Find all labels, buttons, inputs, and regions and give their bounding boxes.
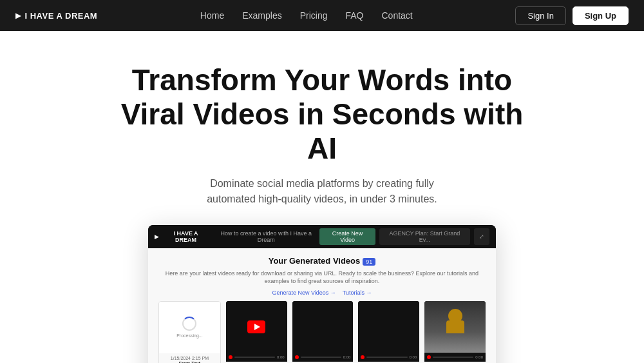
progress-dot-4 <box>427 355 431 359</box>
video-date-0: 1/15/2024 2:15 PM <box>163 356 216 360</box>
topbar-left: ▶ I HAVE A DREAM How to create a video w… <box>155 230 319 243</box>
hero-section: Transform Your Words into Viral Videos i… <box>0 31 644 363</box>
logo-text: I HAVE A DREAM <box>25 11 98 21</box>
panel-subtitle: Here are your latest videos ready for do… <box>158 270 486 286</box>
nav-home[interactable]: Home <box>200 10 224 21</box>
panel-header: Your Generated Videos 91 <box>158 256 486 268</box>
videos-row: Processing... 1/15/2024 2:15 PM From Tex… <box>158 301 486 363</box>
logo[interactable]: ▶ I HAVE A DREAM <box>15 11 97 21</box>
video-count-badge: 91 <box>363 258 375 266</box>
nav-pricing[interactable]: Pricing <box>300 10 328 21</box>
progress-dot-2 <box>295 355 299 359</box>
progress-dot-3 <box>361 355 365 359</box>
topbar-video-title: How to create a video with I Have a Drea… <box>213 230 319 243</box>
panel-title: Your Generated Videos <box>269 256 361 266</box>
video-topbar: ▶ I HAVE A DREAM How to create a video w… <box>148 225 496 248</box>
hero-subtext: Dominate social media platforms by creat… <box>193 176 451 207</box>
time-1: 0:00 <box>277 355 285 359</box>
generated-videos-panel: Your Generated Videos 91 Here are your l… <box>148 248 496 363</box>
progress-bar-4 <box>433 357 473 358</box>
panel-actions: Generate New Videos → Tutorials → <box>158 289 486 296</box>
play-icon-1[interactable] <box>247 320 265 333</box>
nav-buttons: Sign In Sign Up <box>515 6 629 25</box>
video-card-1[interactable]: 0:00 5/10/2024 7:06 PM From Text Duratio… <box>226 301 287 363</box>
thumb-3[interactable] <box>358 301 419 353</box>
video-card-2[interactable]: 0:00 5/10/2024 9:13 PM From Text Duratio… <box>292 301 354 363</box>
expand-btn[interactable]: ⤢ <box>474 228 489 245</box>
video-card-4[interactable]: 0:00 11/6/2023 @5%... From Text Language… <box>424 301 486 363</box>
create-video-btn[interactable]: Create New Video <box>319 228 375 245</box>
nav-examples[interactable]: Examples <box>242 10 281 21</box>
hero-headline: Transform Your Words into Viral Videos i… <box>103 63 541 166</box>
processing-text: Processing... <box>176 333 202 338</box>
processing-area: Processing... <box>159 302 220 353</box>
topbar-brand: I HAVE A DREAM <box>163 230 209 243</box>
time-2: 0:00 <box>343 355 351 359</box>
nav-links: Home Examples Pricing FAQ Contact <box>200 10 413 21</box>
topbar-right: Create New Video AGENCY Plan: Start Gran… <box>319 228 489 245</box>
time-4: 0:00 <box>475 355 483 359</box>
video-embed: ▶ I HAVE A DREAM How to create a video w… <box>148 225 496 363</box>
progress-dot-1 <box>229 355 232 359</box>
controls-4: 0:00 <box>424 353 486 362</box>
progress-bar-2 <box>301 357 341 358</box>
signup-button[interactable]: Sign Up <box>573 6 629 25</box>
controls-1: 0:00 <box>226 353 287 362</box>
video-inner: ▶ I HAVE A DREAM How to create a video w… <box>148 225 496 363</box>
generate-link[interactable]: Generate New Videos → <box>272 289 336 296</box>
thumb-4[interactable] <box>424 301 486 353</box>
progress-bar-3 <box>366 357 407 358</box>
play-icon: ▶ <box>15 12 21 20</box>
video-card-3[interactable]: 0:00 5/10/2024 9:05 PM From Text Duratio… <box>358 301 419 363</box>
controls-2: 0:00 <box>292 353 354 362</box>
signin-button[interactable]: Sign In <box>515 6 565 25</box>
navbar: ▶ I HAVE A DREAM Home Examples Pricing F… <box>0 0 644 31</box>
spinner-icon <box>182 317 196 331</box>
nav-contact[interactable]: Contact <box>382 10 413 21</box>
video-info-0: 1/15/2024 2:15 PM From Text Duration: 30… <box>159 353 220 363</box>
time-3: 0:00 <box>410 355 417 359</box>
agency-btn[interactable]: AGENCY Plan: Start Grand Ev... <box>379 228 470 245</box>
progress-bar-1 <box>234 357 275 358</box>
thumb-1[interactable] <box>226 301 287 353</box>
thumb-2[interactable] <box>292 301 354 353</box>
video-card-processing: Processing... 1/15/2024 2:15 PM From Tex… <box>158 301 221 363</box>
tutorials-link[interactable]: Tutorials → <box>343 289 372 296</box>
nav-faq[interactable]: FAQ <box>345 10 363 21</box>
controls-3: 0:00 <box>358 353 419 362</box>
